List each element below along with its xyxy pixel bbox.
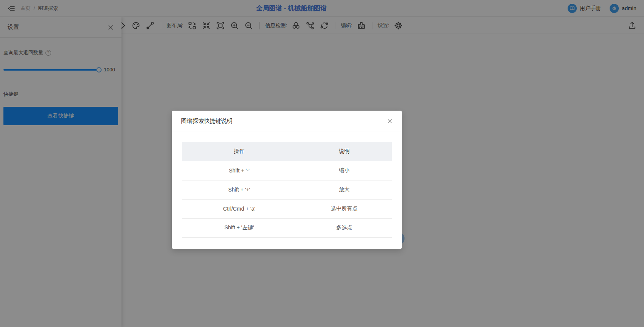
modal-title: 图谱探索快捷键说明 xyxy=(181,118,233,125)
table-row: Shift + '-' 缩小 xyxy=(182,161,392,180)
shortcut-desc: 选中所有点 xyxy=(297,199,392,218)
shortcut-keys: Ctrl/Cmd + 'a' xyxy=(182,199,297,218)
table-row: Shift + '左键' 多选点 xyxy=(182,218,392,237)
shortcuts-modal: 图谱探索快捷键说明 操作 说明 Shift + '-' 缩小 xyxy=(172,111,402,249)
graph-explore-page: 首页 / 图谱探索 全局图谱 - 机械船舶图谱 用户手册 xyxy=(0,0,644,327)
shortcut-keys: Shift + '左键' xyxy=(182,218,297,237)
shortcut-desc: 放大 xyxy=(297,180,392,199)
shortcut-desc: 多选点 xyxy=(297,218,392,237)
modal-close-icon[interactable] xyxy=(387,118,393,124)
table-row: Ctrl/Cmd + 'a' 选中所有点 xyxy=(182,199,392,218)
col-header-description: 说明 xyxy=(297,142,392,161)
col-header-operation: 操作 xyxy=(182,142,297,161)
shortcut-keys: Shift + '-' xyxy=(182,161,297,180)
shortcuts-table: 操作 说明 Shift + '-' 缩小 Shift + '+' 放大 Ctrl… xyxy=(182,142,392,238)
table-header-row: 操作 说明 xyxy=(182,142,392,161)
shortcut-keys: Shift + '+' xyxy=(182,180,297,199)
table-row: Shift + '+' 放大 xyxy=(182,180,392,199)
shortcut-desc: 缩小 xyxy=(297,161,392,180)
